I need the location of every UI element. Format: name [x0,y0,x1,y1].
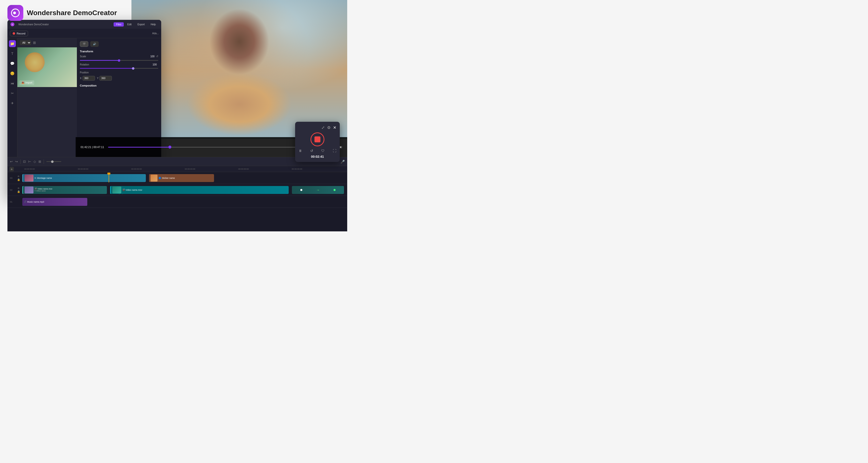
redo-icon[interactable]: ↪ [15,160,18,163]
clip-video1[interactable]: 🎬 Video name.mov ✏ Effect name [22,186,107,194]
video-preview-bg [131,0,347,139]
ruler-marks: 00:00:00:00 00:00:00:00 00:00:00:00 00:0… [24,168,345,170]
track-controls-03: 👁 🔒 [15,175,22,181]
track-02-visibility-icon[interactable]: 👁 [18,187,20,190]
sidebar-icon-effects[interactable]: ✂ [9,90,16,97]
clip-video2[interactable]: 🎬 Video name.mov [110,186,289,194]
mask-icon[interactable]: ◇ [33,160,36,163]
track-03-visibility-icon[interactable]: 👁 [18,175,20,178]
scale-slider[interactable] [80,60,158,61]
undo-icon[interactable]: ↩ [10,160,13,163]
track-row-01: 01 🎵 Music name.mp3 [7,196,347,208]
title-bar-appname: Wondershare DemoCreator [18,23,49,26]
import-icon: 📥 [21,81,24,84]
ruler-time-2: 00:00:00:00 [78,168,131,170]
timeline: ↩ ↪ ⊡ ⊢ ◇ ⊞ 🎤 + 00:00:00:00 00:00:00:00 … [7,157,347,232]
sidebar-icon-speech[interactable]: 💬 [9,60,16,67]
clip-sticker[interactable]: 🔵 Sticker name [149,174,214,182]
track-number-03: 03 [7,177,15,179]
record-stop-icon [314,136,320,142]
rotation-slider[interactable] [80,68,158,69]
track-03-content: ✏ Montage name 🔵 Sticker name [22,174,347,183]
add-clip-icon[interactable]: ⊞ [38,160,41,163]
sidebar-icon-media[interactable]: ⏮ [9,80,16,87]
anim-dot-2 [334,189,336,191]
rotation-row: Rotation 100 [80,63,158,66]
audio-tab-icon: 🔊 [93,43,96,45]
properties-tabs: 🎬 🔊 [80,41,158,47]
clip-montage[interactable]: ✏ Montage name [22,174,146,182]
import-button[interactable]: 📥 Import [19,80,34,85]
zoom-slider-thumb[interactable] [51,160,54,163]
video-tab-icon: 🎬 [83,43,86,45]
sidebar-icon-text[interactable]: T [9,50,16,57]
toolbar: Record Ada... [7,29,161,38]
rotation-slider-thumb[interactable] [132,67,134,70]
track-02-content: 🎬 Video name.mov ✏ Effect name Cursur Ma… [22,185,347,194]
sidebar-icon-export[interactable]: ✈ [9,100,16,106]
progress-thumb[interactable] [168,146,172,149]
position-x-label: X [80,77,82,80]
sidebar-icon-emoji[interactable]: 😊 [9,70,16,77]
nav-edit[interactable]: Edit [125,22,134,27]
zoom-slider[interactable] [46,161,61,162]
add-track-button[interactable]: + [9,167,14,172]
clip-music[interactable]: 🎵 Music name.mp3 [22,198,87,206]
position-y-input[interactable] [99,76,112,81]
tab-video[interactable]: 🎬 [80,41,88,47]
widget-pause-icon[interactable]: ⏸ [299,149,302,153]
grid-view-icon[interactable]: ⊞ [33,41,36,44]
recording-time-display: 00:02:41 [299,155,336,158]
mic-icon[interactable]: 🎤 [341,160,345,164]
import-label: Import [25,81,32,84]
widget-fullscreen-icon[interactable]: ⛶ [333,149,336,153]
media-dropdown[interactable]: All [20,40,31,45]
record-stop-button[interactable] [310,132,324,146]
playhead [108,174,109,183]
clip-sticker-label: 🔵 Sticker name [158,177,175,179]
rotation-slider-fill [80,68,133,69]
nav-files[interactable]: Files [114,22,124,27]
record-label: Record [17,32,25,35]
widget-refresh-icon[interactable]: ↺ [310,149,313,153]
scale-slider-thumb[interactable] [118,59,120,62]
expand-icon[interactable]: ⤢ [321,125,324,130]
scale-label: Scale [80,55,93,58]
widget-shield-icon[interactable]: 🛡 [321,149,324,153]
scale-reset-icon[interactable]: ↺ [156,55,158,58]
nav-help[interactable]: Help [148,22,158,27]
sidebar-icon-files[interactable]: 📁 [9,40,16,47]
title-bar: c Wondershare DemoCreator Files Edit Exp… [7,20,161,29]
clip-video2-label: 🎬 Video name.mov [122,189,142,191]
transform-title: Transform [80,50,158,53]
clip-animation[interactable]: → [292,186,344,194]
close-icon[interactable]: ✕ [333,125,336,130]
record-button[interactable]: Record [10,31,28,36]
anim-dot-1 [300,189,302,191]
person-silhouette [131,0,347,139]
gear-icon[interactable]: ⚙ [327,125,331,130]
track-01-content: 🎵 Music name.mp3 [22,197,347,206]
current-time: 01:42:21 [81,146,91,149]
brand-logo-icon [7,5,23,21]
video-progress-bar[interactable] [108,147,314,148]
title-bar-logo: c [10,22,14,26]
track-row-02: 02 👁 🔒 🎬 Video name.mov ✏ Effect name Cu… [7,184,347,196]
crop-icon[interactable]: ⊡ [23,160,26,163]
track-02-lock-icon[interactable]: 🔒 [17,190,20,193]
branding: Wondershare DemoCreator [7,5,117,21]
clip-montage-thumb [25,175,33,182]
recording-widget: ⤢ ⚙ ✕ ⏸ ↺ 🛡 ⛶ 00:02:41 [295,122,340,162]
track-03-lock-icon[interactable]: 🔒 [17,178,20,181]
brand-name: Wondershare DemoCreator [27,9,117,17]
track-row-03: 03 👁 🔒 ✏ Montage name 🔵 Sticker name [7,172,347,184]
adapt-button[interactable]: Ada... [152,32,159,35]
position-fields: X Y [80,76,158,81]
scale-value: 100 [150,55,155,58]
track-number-02: 02 [7,189,15,191]
nav-export[interactable]: Export [135,22,147,27]
split-icon[interactable]: ⊢ [28,160,31,163]
tab-audio[interactable]: 🔊 [90,41,99,47]
ruler-time-1: 00:00:00:00 [24,168,78,170]
position-x-input[interactable] [83,76,95,81]
